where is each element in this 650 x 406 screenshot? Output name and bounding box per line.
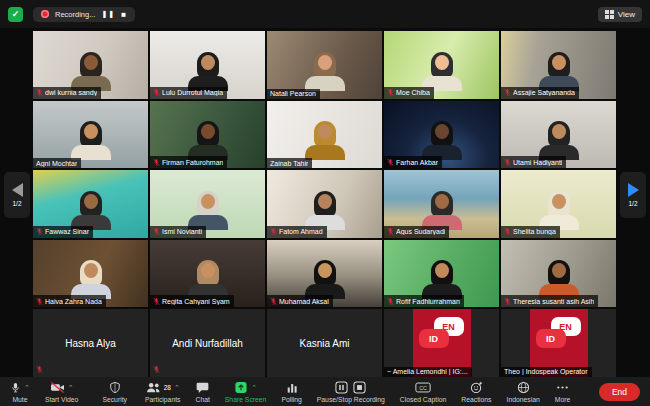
participant-silhouette xyxy=(419,194,465,230)
muted-mic-icon xyxy=(387,297,394,306)
view-button[interactable]: View xyxy=(598,7,642,22)
participant-name: dwi kurnia sandy xyxy=(45,89,97,96)
participant-name-label: Theo | Indospeak Operator xyxy=(501,367,592,377)
participant-tile[interactable]: Shelita bunga xyxy=(501,170,616,238)
participant-tile[interactable]: Utami Hadiyanti xyxy=(501,101,616,169)
participant-name-label: Agni Mochtar xyxy=(33,158,81,168)
security-button[interactable]: Security xyxy=(102,381,127,403)
chat-button[interactable]: Chat xyxy=(195,381,209,403)
participant-tile[interactable]: Haiva Zahra Nada xyxy=(33,240,148,308)
participant-tile[interactable]: Natali Pearson xyxy=(267,31,382,99)
polling-button[interactable]: Polling xyxy=(281,381,301,403)
participant-name: Utami Hadiyanti xyxy=(513,159,562,166)
participant-name: Agni Mochtar xyxy=(36,160,77,167)
recording-dot-icon xyxy=(41,10,49,18)
participant-name: Natali Pearson xyxy=(270,90,316,97)
share-screen-button[interactable]: ⌃ Share Screen xyxy=(225,381,267,403)
participant-silhouette xyxy=(302,55,348,91)
participant-name: ~ Amelia Lemondhi | IG:... xyxy=(387,368,468,375)
participant-silhouette xyxy=(302,263,348,299)
muted-mic-icon xyxy=(270,297,277,306)
participants-button[interactable]: 28 ⌃ Participants xyxy=(145,381,181,403)
participant-tile[interactable]: Muhamad Aksal xyxy=(267,240,382,308)
next-page-button[interactable]: 1/2 xyxy=(620,172,646,218)
participant-tile[interactable]: Hasna Alya xyxy=(33,309,148,377)
pause-recording-button[interactable]: ❚❚ xyxy=(101,10,115,18)
chevron-right-icon xyxy=(628,183,639,197)
participant-silhouette xyxy=(536,263,582,299)
participant-name: Theresia susanti asih Asih xyxy=(513,298,594,305)
participant-name-label: Firman Faturohman xyxy=(150,156,227,168)
participant-tile[interactable]: Lulu Durrotul Magia xyxy=(150,31,265,99)
closed-caption-button[interactable]: CC Closed Caption xyxy=(400,381,446,403)
participant-tile[interactable]: Regita Cahyani Syam xyxy=(150,240,265,308)
participant-silhouette xyxy=(536,194,582,230)
muted-mic-icon xyxy=(36,365,43,374)
participant-name: Theo | Indospeak Operator xyxy=(504,368,588,375)
muted-mic-icon xyxy=(36,88,43,97)
participant-tile[interactable]: Fatom Ahmad xyxy=(267,170,382,238)
interpretation-language-button[interactable]: Indonesian xyxy=(507,381,540,403)
participant-tile[interactable]: Agni Mochtar xyxy=(33,101,148,169)
participant-silhouette xyxy=(302,194,348,230)
participant-tile[interactable]: Rofif Fadhlurrahman xyxy=(384,240,499,308)
participant-tile[interactable]: Farhan Akbar xyxy=(384,101,499,169)
muted-mic-icon xyxy=(504,158,511,167)
participant-tile[interactable]: Agus Sudaryadi xyxy=(384,170,499,238)
reactions-button[interactable]: Reactions xyxy=(461,381,491,403)
participant-tile[interactable]: dwi kurnia sandy xyxy=(33,31,148,99)
participant-tile[interactable]: Ismi Novianti xyxy=(150,170,265,238)
participant-silhouette xyxy=(68,263,114,299)
muted-mic-icon xyxy=(387,88,394,97)
participants-count-badge: 28 xyxy=(164,384,171,391)
previous-page-button[interactable]: 1/2 xyxy=(4,172,30,218)
mute-button[interactable]: ⌃ Mute xyxy=(10,381,30,403)
participant-silhouette xyxy=(536,55,582,91)
participant-name: Kasnia Ami xyxy=(267,309,382,377)
pause-recording-icon xyxy=(335,381,348,394)
start-video-button[interactable]: ⌃ Start Video xyxy=(45,381,79,403)
participant-tile[interactable]: Andi Nurfadillah xyxy=(150,309,265,377)
participant-name-label: Fawwaz Sinar xyxy=(33,226,93,238)
participant-name-label: Zainab Tahir xyxy=(267,158,312,168)
participant-name: Moe Chiba xyxy=(396,89,430,96)
muted-mic-icon xyxy=(270,227,277,236)
participant-tile[interactable]: Moe Chiba xyxy=(384,31,499,99)
chat-bubble-icon xyxy=(196,381,209,394)
participant-silhouette xyxy=(185,194,231,230)
participant-name: Andi Nurfadillah xyxy=(150,309,265,377)
participant-tile[interactable]: ENID~ Amelia Lemondhi | IG:... xyxy=(384,309,499,377)
participant-name-label: ~ Amelia Lemondhi | IG:... xyxy=(384,367,472,377)
pause-stop-recording-button[interactable]: Pause/Stop Recording xyxy=(317,381,385,403)
participant-silhouette xyxy=(419,263,465,299)
participant-name-label: Muhamad Aksal xyxy=(267,295,333,307)
participant-tile[interactable]: Theresia susanti asih Asih xyxy=(501,240,616,308)
video-camera-off-icon xyxy=(50,381,65,394)
participant-tile[interactable]: Fawwaz Sinar xyxy=(33,170,148,238)
participant-name-label: Rofif Fadhlurrahman xyxy=(384,295,464,307)
participant-name: Regita Cahyani Syam xyxy=(162,298,230,305)
participant-name: Lulu Durrotul Magia xyxy=(162,89,223,96)
participant-tile[interactable]: Firman Faturohman xyxy=(150,101,265,169)
more-button[interactable]: More xyxy=(555,381,571,403)
participant-name: Assajie Satyananda xyxy=(513,89,575,96)
muted-mic-icon xyxy=(153,297,160,306)
smiley-reactions-icon xyxy=(470,381,483,394)
participant-name-label: Fatom Ahmad xyxy=(267,226,327,238)
participant-name: Ismi Novianti xyxy=(162,228,202,235)
participant-tile[interactable]: Assajie Satyananda xyxy=(501,31,616,99)
participant-name-label: dwi kurnia sandy xyxy=(33,87,101,99)
participant-name: Rofif Fadhlurrahman xyxy=(396,298,460,305)
share-options-chevron[interactable]: ⌃ xyxy=(251,384,257,391)
stop-recording-button[interactable]: ■ xyxy=(121,10,127,19)
muted-mic-icon xyxy=(387,158,394,167)
participants-options-chevron[interactable]: ⌃ xyxy=(174,384,180,391)
more-ellipsis-icon xyxy=(556,381,569,394)
participant-tile[interactable]: ENIDTheo | Indospeak Operator xyxy=(501,309,616,377)
mute-options-chevron[interactable]: ⌃ xyxy=(24,384,30,391)
end-meeting-button[interactable]: End xyxy=(599,383,640,401)
video-options-chevron[interactable]: ⌃ xyxy=(68,384,74,391)
participant-tile[interactable]: Zainab Tahir xyxy=(267,101,382,169)
participant-gallery: dwi kurnia sandyLulu Durrotul MagiaNatal… xyxy=(33,31,617,377)
participant-tile[interactable]: Kasnia Ami xyxy=(267,309,382,377)
